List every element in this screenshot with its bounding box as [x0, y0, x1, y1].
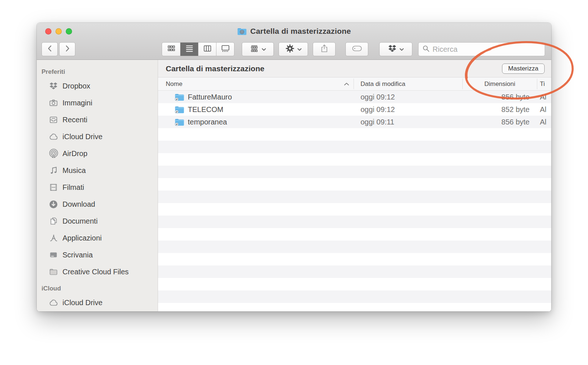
forward-button[interactable]	[59, 42, 75, 56]
tags-button[interactable]	[345, 42, 368, 56]
file-size: 852 byte	[462, 103, 530, 116]
music-icon	[49, 166, 58, 175]
file-row[interactable]: temporaneaoggi 09:11856 byteAl	[158, 116, 551, 128]
airdrop-icon	[49, 149, 58, 158]
back-button[interactable]	[42, 42, 58, 56]
gear-icon	[285, 44, 295, 55]
dropbox-button[interactable]	[379, 42, 412, 56]
minimize-button[interactable]	[55, 28, 62, 35]
action-button[interactable]	[279, 42, 308, 56]
arrange-button[interactable]	[242, 42, 274, 56]
sort-ascending-icon	[344, 77, 349, 90]
sidebar-item-label: Immagini	[62, 99, 92, 107]
sidebar-item-download[interactable]: Download	[37, 196, 158, 213]
sidebar-item-icloud-drive[interactable]: iCloud Drive	[37, 294, 158, 311]
sidebar-item-immagini[interactable]: Immagini	[37, 94, 158, 111]
arrange-icon	[250, 44, 259, 54]
icon-view-button[interactable]	[162, 43, 180, 56]
zoom-button[interactable]	[66, 28, 72, 35]
camera-icon	[49, 98, 58, 108]
sidebar-item-airdrop[interactable]: AirDrop	[37, 145, 158, 162]
column-view-button[interactable]	[198, 43, 216, 56]
column-divider[interactable]	[537, 79, 537, 89]
burn-button[interactable]: Masterizza	[502, 64, 545, 74]
file-list: FattureMaurooggi 09:12856 byteAl TELECOM…	[158, 91, 551, 311]
file-size: 856 byte	[462, 116, 530, 128]
sidebar-item-label: iCloud Drive	[62, 133, 103, 141]
sidebar-item-musica[interactable]: Musica	[37, 162, 158, 179]
sidebar: PreferitiDropboxImmaginiRecentiiCloud Dr…	[37, 60, 158, 311]
sidebar-item-label: Recenti	[62, 116, 87, 124]
file-modified: oggi 09:11	[361, 116, 394, 128]
cloud-icon	[49, 132, 58, 141]
download-icon	[49, 199, 58, 209]
coverflow-icon	[221, 44, 230, 54]
burn-folder-header: Cartella di masterizzazione Masterizza	[158, 60, 551, 77]
sidebar-item-label: Dropbox	[62, 82, 90, 90]
file-row[interactable]: FattureMaurooggi 09:12856 byteAl	[158, 91, 551, 103]
search-icon	[423, 45, 430, 54]
sidebar-item-recenti[interactable]: Recenti	[37, 111, 158, 128]
sidebar-section-label: iCloud	[42, 285, 158, 292]
sidebar-item-documenti[interactable]: Documenti	[37, 213, 158, 230]
alias-folder-icon	[175, 91, 184, 103]
film-icon	[49, 182, 58, 192]
chevron-down-icon	[399, 46, 404, 53]
window-chrome: Cartella di masterizzazione	[37, 23, 551, 60]
sidebar-item-label: Scrivania	[62, 251, 93, 259]
close-button[interactable]	[45, 28, 51, 35]
column-header-modified[interactable]: Data di modifica	[361, 77, 405, 90]
sidebar-item-dropbox[interactable]: Dropbox	[37, 77, 158, 94]
recents-icon	[49, 115, 58, 124]
chevron-down-icon	[297, 46, 302, 53]
sidebar-item-filmati[interactable]: Filmati	[37, 179, 158, 196]
coverflow-view-button[interactable]	[216, 43, 234, 56]
main-pane: Cartella di masterizzazione Masterizza N…	[158, 60, 551, 311]
column-header-kind[interactable]: Ti	[540, 77, 545, 90]
sidebar-item-applicazioni[interactable]: Applicazioni	[37, 230, 158, 246]
search-input[interactable]	[433, 45, 541, 54]
column-divider[interactable]	[354, 79, 354, 89]
traffic-lights	[45, 28, 72, 35]
titlebar[interactable]: Cartella di masterizzazione	[37, 23, 551, 40]
dropbox-icon	[49, 81, 58, 91]
search-field[interactable]	[418, 42, 545, 56]
window-title: Cartella di masterizzazione	[250, 27, 351, 36]
file-modified: oggi 09:12	[361, 91, 395, 103]
alias-folder-icon	[175, 116, 184, 128]
sidebar-item-label: AirDrop	[62, 149, 87, 158]
file-name: TELECOM	[188, 103, 223, 116]
chevron-right-icon	[65, 45, 70, 53]
finder-window: Cartella di masterizzazione	[37, 23, 551, 311]
chevron-down-icon	[262, 46, 266, 53]
documents-icon	[49, 216, 58, 226]
list-icon	[185, 44, 194, 54]
applications-icon	[49, 233, 58, 243]
list-view-button[interactable]	[180, 43, 198, 56]
column-header-name[interactable]: Nome	[166, 77, 182, 90]
sidebar-item-label: Documenti	[62, 217, 98, 225]
file-kind: Al	[540, 116, 546, 128]
file-kind: Al	[540, 91, 546, 103]
column-header-size[interactable]: Dimensioni	[462, 77, 537, 90]
sidebar-item-label: Creative Cloud Files	[62, 268, 129, 276]
file-name: temporanea	[188, 116, 227, 128]
chevron-left-icon	[47, 45, 53, 53]
tag-icon	[352, 46, 362, 53]
view-segmented-control	[162, 42, 234, 56]
file-kind: Al	[540, 103, 546, 116]
share-button[interactable]	[313, 42, 336, 56]
file-modified: oggi 09:12	[361, 103, 395, 116]
sidebar-item-icloud-drive[interactable]: iCloud Drive	[37, 128, 158, 145]
file-row[interactable]: TELECOMoggi 09:12852 byteAl	[158, 103, 551, 116]
sidebar-item-label: Filmati	[62, 183, 84, 192]
file-name: FattureMauro	[188, 91, 232, 103]
sidebar-item-creative-cloud-files[interactable]: Creative Cloud Files	[37, 263, 158, 280]
sidebar-section-label: Preferiti	[42, 68, 158, 76]
cloud-icon	[49, 298, 58, 307]
dropbox-icon	[388, 44, 397, 54]
sidebar-item-label: iCloud Drive	[62, 299, 103, 307]
file-size: 856 byte	[462, 91, 530, 103]
sidebar-item-label: Musica	[62, 166, 86, 175]
sidebar-item-scrivania[interactable]: Scrivania	[37, 246, 158, 263]
